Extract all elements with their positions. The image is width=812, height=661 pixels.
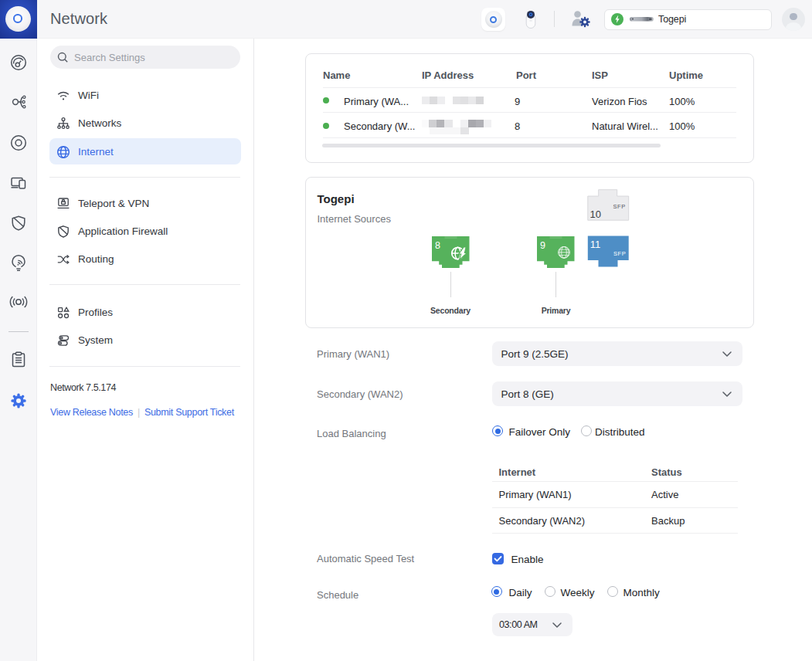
svg-text:9: 9 (540, 239, 545, 250)
svg-text:10: 10 (590, 208, 601, 220)
svg-text:SFP: SFP (613, 203, 626, 210)
svg-text:11: 11 (590, 239, 601, 250)
svg-text:SFP: SFP (613, 250, 626, 257)
svg-text:8: 8 (435, 239, 440, 250)
